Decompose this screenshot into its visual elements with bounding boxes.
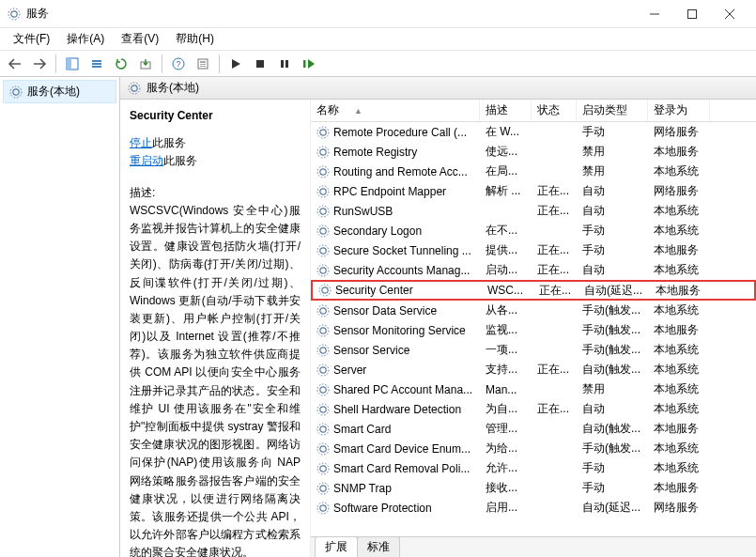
service-row[interactable]: Server支持...正在...自动(触发...本地系统 — [311, 360, 756, 379]
service-logon: 本地服务 — [648, 322, 710, 338]
service-row[interactable]: RPC Endpoint Mapper解析 ...正在...自动网络服务 — [311, 181, 756, 201]
service-row[interactable]: Shared PC Account Mana...Man...禁用本地系统 — [311, 379, 756, 399]
service-row[interactable]: Security CenterWSC...正在...自动(延迟...本地服务 — [311, 280, 756, 301]
service-start: 自动 — [577, 203, 648, 219]
restart-service-button[interactable] — [298, 53, 320, 75]
restart-link[interactable]: 重启动 — [130, 154, 163, 167]
start-service-button[interactable] — [224, 53, 247, 75]
service-icon — [316, 364, 330, 377]
export-button[interactable] — [134, 53, 157, 75]
col-desc[interactable]: 描述 — [480, 100, 532, 121]
service-start: 手动(触发... — [577, 342, 648, 358]
service-name: RunSwUSB — [333, 205, 393, 218]
service-row[interactable]: Remote Procedure Call (...在 W...手动网络服务 — [311, 122, 756, 142]
service-row[interactable]: Secure Socket Tunneling ...提供...正在...手动本… — [311, 240, 756, 260]
service-logon: 本地系统 — [648, 203, 710, 219]
nav-item-label: 服务(本地) — [27, 84, 80, 100]
maximize-button[interactable] — [673, 0, 711, 28]
service-row[interactable]: RunSwUSB正在...自动本地系统 — [311, 201, 756, 221]
service-name: Routing and Remote Acc... — [333, 165, 468, 178]
close-button[interactable] — [711, 0, 748, 28]
service-desc: Man... — [480, 383, 532, 396]
service-row[interactable]: Software Protection启用...自动(延迟...网络服务 — [311, 498, 756, 518]
svg-rect-13 — [200, 64, 206, 65]
service-logon: 本地系统 — [648, 262, 710, 278]
service-desc: 允许... — [480, 460, 532, 476]
col-name[interactable]: 名称▲ — [311, 100, 480, 121]
service-name: Shell Hardware Detection — [333, 403, 461, 416]
toolbar: ? — [0, 51, 756, 77]
nav-item-services-local[interactable]: 服务(本地) — [3, 80, 116, 103]
service-list[interactable]: Remote Procedure Call (...在 W...手动网络服务Re… — [311, 122, 756, 536]
service-icon — [316, 442, 330, 456]
service-row[interactable]: SNMP Trap接收...手动本地服务 — [311, 478, 756, 498]
service-desc: 为自... — [480, 401, 532, 417]
service-row[interactable]: Sensor Data Service从各...手动(触发...本地系统 — [311, 301, 756, 320]
service-row[interactable]: Smart Card Device Enum...为给...手动(触发...本地… — [311, 439, 756, 458]
service-logon: 网络服务 — [648, 124, 710, 140]
show-hide-tree-button[interactable] — [61, 53, 84, 75]
service-row[interactable]: Smart Card管理...自动(触发...本地服务 — [311, 419, 756, 439]
service-name: Sensor Monitoring Service — [333, 324, 466, 337]
menu-action[interactable]: 操作(A) — [59, 28, 112, 50]
minimize-button[interactable] — [636, 0, 673, 28]
separator — [162, 54, 162, 73]
service-desc: 从各... — [480, 302, 532, 318]
service-row[interactable]: Sensor Service一项...手动(触发...本地系统 — [311, 340, 756, 360]
service-start: 自动(延迟... — [577, 500, 648, 516]
services-icon — [128, 82, 141, 95]
service-logon: 本地系统 — [648, 302, 710, 318]
svg-rect-17 — [285, 60, 288, 68]
menu-file[interactable]: 文件(F) — [6, 28, 57, 50]
menubar: 文件(F) 操作(A) 查看(V) 帮助(H) — [0, 28, 756, 51]
tab-standard[interactable]: 标准 — [357, 536, 400, 557]
separator — [55, 54, 56, 73]
refresh-button[interactable] — [110, 53, 132, 75]
pause-service-button[interactable] — [273, 53, 296, 75]
window-title: 服务 — [26, 6, 636, 22]
service-logon: 本地系统 — [648, 342, 710, 358]
desc-body: WSCSVC(Windows 安全中心)服务监视并报告计算机上的安全健康设置。健… — [130, 202, 301, 557]
service-row[interactable]: Security Accounts Manag...启动...正在...自动本地… — [311, 260, 756, 280]
stop-link[interactable]: 停止 — [130, 136, 152, 149]
service-row[interactable]: Smart Card Removal Poli...允许...手动本地系统 — [311, 458, 756, 478]
forward-button[interactable] — [28, 53, 51, 75]
service-desc: WSC... — [482, 284, 533, 297]
service-row[interactable]: Routing and Remote Acc...在局...禁用本地系统 — [311, 162, 756, 181]
service-name: Server — [333, 364, 366, 377]
menu-view[interactable]: 查看(V) — [114, 28, 166, 50]
help-button[interactable]: ? — [167, 53, 190, 75]
service-icon — [316, 423, 330, 436]
tab-extended[interactable]: 扩展 — [315, 536, 358, 557]
service-status: 正在... — [532, 242, 577, 258]
service-name: Software Protection — [333, 502, 432, 515]
service-name: Smart Card — [333, 423, 391, 436]
service-logon: 本地系统 — [648, 401, 710, 417]
service-icon — [316, 383, 330, 396]
stop-service-button[interactable] — [249, 53, 271, 75]
separator — [219, 54, 220, 73]
col-start[interactable]: 启动类型 — [577, 100, 648, 121]
col-status[interactable]: 状态 — [532, 100, 577, 121]
menu-help[interactable]: 帮助(H) — [168, 28, 222, 50]
export-list-button[interactable] — [85, 53, 108, 75]
svg-rect-14 — [200, 66, 206, 67]
service-row[interactable]: Secondary Logon在不...手动本地系统 — [311, 221, 756, 240]
service-row[interactable]: Sensor Monitoring Service监视...手动(触发...本地… — [311, 320, 756, 340]
service-icon — [316, 264, 330, 277]
service-name: Security Accounts Manag... — [333, 264, 470, 277]
service-desc: 解析 ... — [480, 183, 532, 199]
properties-button[interactable] — [192, 53, 214, 75]
svg-rect-16 — [281, 60, 284, 68]
col-logon[interactable]: 登录为 — [648, 100, 710, 121]
service-row[interactable]: Remote Registry使远...禁用本地服务 — [311, 142, 756, 162]
service-icon — [318, 284, 332, 297]
service-start: 禁用 — [577, 163, 648, 179]
service-desc: 在局... — [480, 163, 532, 179]
service-icon — [316, 324, 330, 337]
service-row[interactable]: Shell Hardware Detection为自...正在...自动本地系统 — [311, 399, 756, 419]
back-button[interactable] — [4, 53, 26, 75]
svg-rect-18 — [303, 60, 306, 68]
column-header: 名称▲ 描述 状态 启动类型 登录为 — [311, 100, 756, 122]
service-desc: 监视... — [480, 322, 532, 338]
